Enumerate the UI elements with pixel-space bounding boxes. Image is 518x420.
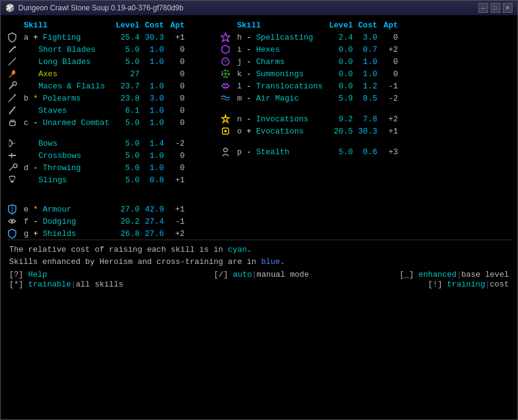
skill-row[interactable] [7, 194, 208, 203]
skill-level: 6.1 [114, 106, 142, 115]
skill-row[interactable]: b * Polearms23.83.00 [7, 92, 208, 104]
skill-apt: 0 [166, 151, 185, 160]
skill-icon-hexes [220, 44, 237, 55]
skill-label: l - Translocations [237, 82, 327, 91]
skill-level: 5.0 [114, 45, 142, 54]
skill-cost: 1.2 [355, 82, 380, 91]
skill-label: f - Dodging [24, 217, 114, 226]
skill-label: Long Blades [24, 57, 114, 66]
right-header-cost: Cost [355, 21, 380, 30]
close-button[interactable]: ✕ [503, 3, 513, 13]
skill-label: Maces & Flails [24, 82, 114, 91]
skill-row[interactable]: i - Hexes0.00.7+2 [220, 43, 511, 55]
window-title: Dungeon Crawl Stone Soup 0.19-a0-376-gf7… [18, 4, 183, 12]
svg-point-18 [11, 220, 13, 222]
svg-line-9 [9, 107, 15, 114]
skill-label: Short Blades [24, 45, 114, 54]
skill-label: p - Stealth [237, 148, 327, 157]
skill-level: 5.0 [114, 176, 142, 185]
footer-action-help: [?] Help [9, 270, 123, 279]
left-header-skill: Skill [24, 21, 114, 30]
skill-row[interactable]: c - Unarmed Combat5.01.00 [7, 116, 208, 129]
skill-row[interactable]: l - Translocations0.01.2-1 [220, 80, 511, 92]
skill-row[interactable] [7, 186, 208, 194]
skill-row[interactable]: o + Evocations20.530.3+1 [220, 125, 511, 137]
skill-cost: 3.0 [142, 94, 166, 103]
skill-row[interactable]: Crossbows5.01.00 [7, 149, 208, 162]
skill-row[interactable]: Staves6.11.00 [7, 104, 208, 116]
skill-row[interactable]: j - Charms0.01.00 [220, 55, 511, 68]
skill-row[interactable]: d - Throwing5.01.00 [7, 162, 208, 174]
skill-level: 5.0 [114, 118, 142, 127]
skill-row[interactable] [220, 137, 511, 146]
skill-apt: -1 [166, 217, 185, 226]
skill-icon-sling [7, 174, 24, 185]
skill-apt: 0 [166, 57, 185, 66]
skill-row[interactable]: g + Shields26.827.6+2 [7, 227, 208, 240]
skill-apt: +2 [380, 115, 398, 124]
minimize-button[interactable]: ─ [478, 3, 488, 13]
skill-row[interactable]: Axes270 [7, 68, 208, 80]
skill-icon-bow [7, 138, 24, 149]
maximize-button[interactable]: □ [491, 3, 500, 13]
skill-row[interactable]: h - Spellcasting2.43.00 [220, 31, 511, 43]
skill-label: m - Air Magic [237, 94, 327, 103]
footer-line2-pre: Skills enhanced by Heroism and cross-tra… [9, 257, 261, 266]
skill-apt: 0 [166, 94, 185, 103]
app-window: 🎲 Dungeon Crawl Stone Soup 0.19-a0-376-g… [0, 0, 518, 420]
skill-level: 5.9 [327, 94, 355, 103]
skill-row[interactable]: Maces & Flails23.71.00 [7, 80, 208, 92]
skill-row[interactable]: p - Stealth5.00.6+3 [220, 146, 511, 158]
skill-label: o + Evocations [237, 127, 327, 136]
skill-cost: 1.0 [355, 57, 380, 66]
skill-label: n - Invocations [237, 115, 327, 124]
main-content: Skill Level Cost Apt a + Fighting25.430.… [1, 15, 517, 419]
skill-cost: 1.0 [142, 118, 166, 127]
skill-icon-spell [220, 32, 237, 43]
skill-row[interactable]: k - Summonings0.01.00 [220, 68, 511, 80]
skill-apt: +1 [166, 33, 185, 42]
left-skills-list: a + Fighting25.430.3+1Short Blades5.01.0… [7, 31, 208, 240]
skill-row[interactable]: m - Air Magic5.98.5-2 [220, 92, 511, 104]
skill-level: 0.0 [327, 57, 355, 66]
skill-row[interactable]: a + Fighting25.430.3+1 [7, 31, 208, 43]
skill-row[interactable]: f - Dodging20.227.4-1 [7, 215, 208, 227]
skill-row[interactable]: Bows5.01.4-2 [7, 137, 208, 149]
skill-apt: 0 [166, 163, 185, 173]
skill-row[interactable]: Short Blades5.01.00 [7, 43, 208, 55]
skill-row[interactable]: e * Armour27.042.9+1 [7, 203, 208, 215]
footer-action-automode: [/] auto|manual mode [214, 270, 309, 279]
skill-level: 9.2 [327, 115, 355, 124]
skill-apt: 0 [380, 57, 398, 66]
skill-cost: 1.0 [142, 106, 166, 115]
right-header-level: Level [327, 21, 355, 30]
left-header: Skill Level Cost Apt [7, 19, 208, 31]
skill-row[interactable] [220, 104, 511, 113]
skill-level: 5.0 [114, 151, 142, 160]
skill-row[interactable]: n - Invocations9.27.8+2 [220, 113, 511, 125]
skill-level: 27.0 [114, 205, 142, 214]
skill-row[interactable]: Slings5.00.8+1 [7, 174, 208, 186]
skill-apt: -1 [380, 82, 398, 91]
skill-label: Slings [24, 176, 114, 185]
skill-icon-dodge [7, 216, 24, 227]
skill-icon-shield [7, 32, 24, 43]
skill-label: Crossbows [24, 151, 114, 160]
skill-cost: 30.3 [355, 127, 380, 136]
skill-icon-invoke [220, 113, 237, 124]
skill-level: 25.4 [114, 33, 142, 42]
skill-row[interactable] [7, 129, 208, 137]
svg-line-6 [9, 85, 13, 89]
skill-icon-evoke [220, 126, 237, 137]
footer-line1-post: . [247, 245, 252, 254]
skill-row[interactable]: Long Blades5.01.00 [7, 55, 208, 68]
skill-cost: 27.6 [142, 229, 166, 238]
skill-level: 0.0 [327, 82, 355, 91]
skill-cost: 42.9 [142, 205, 166, 214]
skill-label: h - Spellcasting [237, 33, 327, 42]
skill-icon-shield2 [7, 228, 24, 239]
svg-line-7 [9, 94, 16, 102]
title-bar: 🎲 Dungeon Crawl Stone Soup 0.19-a0-376-g… [1, 1, 517, 15]
skill-level: 0.0 [327, 45, 355, 54]
skill-level: 5.0 [114, 139, 142, 148]
